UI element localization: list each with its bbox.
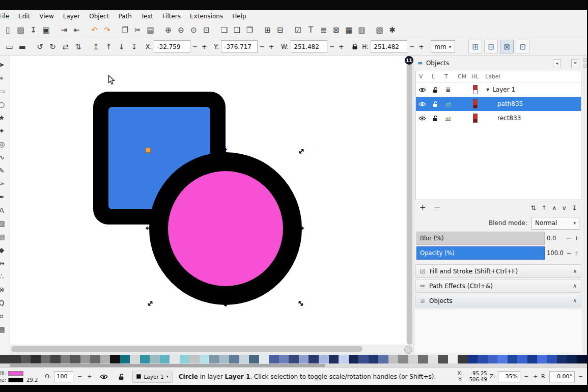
pen-tool-icon[interactable]: ✑ bbox=[0, 177, 8, 190]
palette-swatch[interactable] bbox=[299, 355, 309, 363]
zoom-page-icon[interactable]: ⊡ bbox=[200, 24, 213, 37]
object-opacity-input[interactable] bbox=[54, 371, 73, 382]
raise-icon[interactable]: ↑ bbox=[102, 40, 115, 53]
redo-icon[interactable]: ↷ bbox=[101, 24, 114, 37]
copy-icon[interactable]: ❐ bbox=[119, 24, 131, 37]
snap-page-icon[interactable]: ⊡ bbox=[516, 40, 529, 53]
zoom-decrease-button[interactable]: − bbox=[523, 373, 529, 380]
mesh-tool-icon[interactable]: ▨ bbox=[0, 230, 8, 243]
palette-swatch[interactable] bbox=[239, 355, 249, 363]
palette-swatch[interactable] bbox=[557, 355, 567, 363]
move-to-layer-icon[interactable]: ⇅ bbox=[530, 204, 536, 212]
lock-toggle-icon[interactable] bbox=[429, 115, 441, 122]
palette-swatch[interactable] bbox=[130, 355, 140, 363]
palette-swatch[interactable] bbox=[468, 355, 478, 363]
palette-swatch[interactable] bbox=[408, 355, 418, 363]
palette-scrollbar-thumb[interactable] bbox=[10, 364, 325, 367]
undo-icon[interactable]: ↶ bbox=[88, 24, 101, 37]
palette-swatch[interactable] bbox=[209, 355, 219, 363]
highlight-color-chip[interactable] bbox=[473, 85, 478, 94]
calligraphy-tool-icon[interactable]: ✒ bbox=[0, 190, 8, 204]
cut-icon[interactable]: ✂ bbox=[131, 24, 144, 37]
flip-horizontal-icon[interactable]: ⇄ bbox=[59, 40, 72, 53]
vertical-scrollbar-thumb[interactable] bbox=[407, 64, 412, 345]
palette-swatch[interactable] bbox=[11, 355, 21, 363]
snap-other-icon[interactable]: ⊠ bbox=[500, 40, 514, 53]
pages-tool-icon[interactable]: ▤ bbox=[0, 323, 8, 336]
xml-editor-icon[interactable]: ▦ bbox=[343, 24, 355, 37]
new-document-icon[interactable]: ▯ bbox=[2, 24, 14, 37]
palette-swatch[interactable] bbox=[527, 355, 538, 363]
box3d-tool-icon[interactable]: ✦ bbox=[0, 124, 8, 137]
snap-bbox-icon[interactable]: ⊞ bbox=[468, 40, 482, 53]
blur-decrease-button[interactable]: − bbox=[565, 235, 573, 242]
ungroup-icon[interactable]: ⊟ bbox=[274, 24, 287, 37]
vertical-scrollbar[interactable] bbox=[406, 55, 413, 353]
palette-swatch[interactable] bbox=[170, 355, 180, 363]
palette-swatch[interactable] bbox=[289, 355, 299, 363]
stroke-color-swatch[interactable] bbox=[8, 378, 23, 382]
layer-visibility-toggle[interactable] bbox=[98, 371, 110, 383]
rotate-cw-icon[interactable]: ↻ bbox=[46, 40, 59, 53]
opacity-increase-button[interactable]: + bbox=[86, 373, 93, 380]
eraser-tool-icon[interactable]: ⊗ bbox=[0, 283, 8, 296]
y-increase-button[interactable]: + bbox=[267, 40, 276, 53]
palette-swatch[interactable] bbox=[180, 355, 190, 363]
rotation-input[interactable] bbox=[549, 371, 575, 382]
rotate-ccw-icon[interactable]: ↺ bbox=[34, 40, 46, 53]
palette-swatch[interactable] bbox=[200, 355, 210, 363]
raise-to-top-icon[interactable]: ↥ bbox=[541, 204, 547, 212]
scale-handle-bottom-right[interactable]: ↔ bbox=[295, 298, 307, 310]
palette-swatch[interactable] bbox=[41, 355, 51, 363]
zoom-in-icon[interactable]: ⊕ bbox=[162, 24, 175, 37]
menu-item-text[interactable]: Text bbox=[136, 11, 158, 22]
palette-swatch[interactable] bbox=[100, 355, 110, 363]
palette-swatch[interactable] bbox=[249, 355, 259, 363]
lower-icon[interactable]: ↓ bbox=[115, 40, 128, 53]
paste-icon[interactable]: ▤ bbox=[144, 24, 157, 37]
select-all-icon[interactable]: ▭ bbox=[3, 40, 16, 53]
palette-swatch[interactable] bbox=[438, 355, 448, 363]
palette-swatch[interactable] bbox=[50, 355, 61, 363]
palette-swatch[interactable] bbox=[508, 355, 518, 363]
zoom-out-icon[interactable]: ⊖ bbox=[175, 24, 187, 37]
object-row-path835[interactable]: ab path835 bbox=[416, 97, 581, 111]
menu-item-help[interactable]: Help bbox=[228, 11, 250, 22]
palette-swatch[interactable] bbox=[378, 355, 388, 363]
palette-swatch[interactable] bbox=[61, 355, 71, 363]
palette-swatch[interactable] bbox=[329, 355, 339, 363]
palette-swatch[interactable] bbox=[229, 355, 239, 363]
menu-item-layer[interactable]: Layer bbox=[59, 11, 85, 22]
lock-toggle-icon[interactable] bbox=[429, 101, 441, 107]
palette-swatch[interactable] bbox=[120, 355, 130, 363]
visibility-toggle-icon[interactable] bbox=[416, 87, 429, 93]
palette-swatch[interactable] bbox=[418, 355, 428, 363]
star-tool-icon[interactable]: ★ bbox=[0, 111, 8, 124]
palette-swatch[interactable] bbox=[160, 355, 170, 363]
text-tool-icon[interactable]: A bbox=[0, 204, 8, 217]
lower-icon[interactable]: ∨ bbox=[562, 204, 567, 212]
h-decrease-button[interactable]: − bbox=[407, 40, 416, 53]
selector-tool-icon[interactable]: ➤ bbox=[0, 58, 8, 71]
preferences-icon[interactable]: ✱ bbox=[386, 24, 399, 37]
scale-handle-bottom-left[interactable]: ↔ bbox=[145, 298, 156, 310]
flip-vertical-icon[interactable]: ⇅ bbox=[72, 40, 85, 53]
scale-handle-top[interactable]: ↕ bbox=[221, 147, 230, 155]
duplicate-icon[interactable]: ❏ bbox=[218, 24, 231, 37]
scale-handle-left[interactable]: ↔ bbox=[145, 224, 153, 232]
palette-swatch[interactable] bbox=[537, 355, 547, 363]
lock-toggle-icon[interactable] bbox=[429, 87, 441, 93]
scale-handle-right[interactable]: ↔ bbox=[297, 224, 305, 232]
opacity-increase-button[interactable]: + bbox=[573, 249, 580, 257]
x-increase-button[interactable]: + bbox=[200, 40, 209, 53]
menu-item-file[interactable]: File bbox=[0, 11, 14, 22]
horizontal-scrollbar[interactable] bbox=[10, 345, 406, 353]
zoom-tool-icon[interactable]: Q bbox=[0, 296, 8, 310]
opacity-decrease-button[interactable]: − bbox=[76, 373, 83, 380]
palette-swatch[interactable] bbox=[547, 355, 557, 363]
horizontal-scrollbar-thumb[interactable] bbox=[11, 346, 362, 352]
node-tool-icon[interactable]: ⌖ bbox=[0, 71, 8, 85]
fill-color-swatch[interactable] bbox=[8, 371, 23, 376]
palette-swatch[interactable] bbox=[189, 355, 200, 363]
palette-swatch[interactable] bbox=[110, 355, 120, 363]
